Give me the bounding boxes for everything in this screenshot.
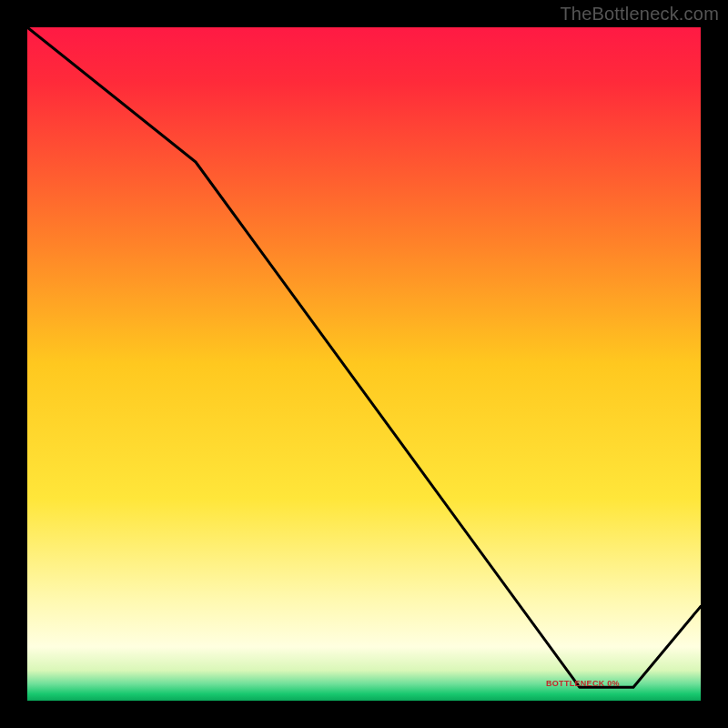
stage: TheBottleneck.com BOTTLENECK 0% [0, 0, 728, 728]
bottleneck-label: BOTTLENECK 0% [546, 679, 620, 688]
gradient-background [27, 27, 701, 701]
chart-svg [27, 27, 701, 701]
watermark-text: TheBottleneck.com [560, 4, 719, 25]
plot-frame: BOTTLENECK 0% [27, 27, 701, 701]
